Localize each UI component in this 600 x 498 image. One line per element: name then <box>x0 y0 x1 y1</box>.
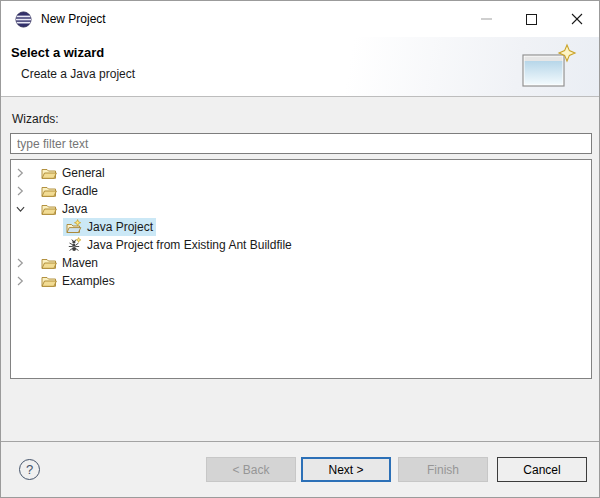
close-button[interactable] <box>554 1 599 37</box>
tree-item-content: Java Project <box>63 218 156 236</box>
folder-icon <box>41 165 57 181</box>
maximize-icon <box>526 14 537 25</box>
new-project-dialog: New Project Select a wizard Create a Jav… <box>0 0 600 498</box>
help-button[interactable]: ? <box>19 459 40 480</box>
question-mark-icon: ? <box>26 462 33 477</box>
tree-item-label: Examples <box>62 274 115 288</box>
folder-icon <box>41 255 57 271</box>
cancel-button[interactable]: Cancel <box>497 457 587 482</box>
chevron-right-icon[interactable] <box>16 168 25 178</box>
tree-item-content: Maven <box>38 254 101 272</box>
close-icon <box>571 13 583 25</box>
tree-item-maven[interactable]: Maven <box>11 254 591 272</box>
chevron-right-icon[interactable] <box>16 186 25 196</box>
finish-button[interactable]: Finish <box>398 457 488 482</box>
button-bar: ? < Back Next > Finish Cancel <box>1 441 599 497</box>
tree-item-general[interactable]: General <box>11 164 591 182</box>
tree-item-content: General <box>38 164 108 182</box>
window-controls <box>464 1 599 37</box>
minimize-button <box>464 1 509 37</box>
page-title: Select a wizard <box>11 45 104 60</box>
tree-item-label: General <box>62 166 105 180</box>
tree-item-examples[interactable]: Examples <box>11 272 591 290</box>
filter-input[interactable] <box>10 133 592 154</box>
new-java-project-icon <box>66 219 82 235</box>
tree-item-gradle[interactable]: Gradle <box>11 182 591 200</box>
page-subtitle: Create a Java project <box>21 67 135 81</box>
tree-item-label: Java <box>62 202 87 216</box>
folder-icon <box>41 201 57 217</box>
wizards-label: Wizards: <box>12 112 59 126</box>
new-wizard-icon <box>519 43 577 91</box>
folder-icon <box>41 273 57 289</box>
wizard-tree[interactable]: General Gradle <box>10 159 592 379</box>
tree-item-java-project-ant[interactable]: Java Project from Existing Ant Buildfile <box>11 236 591 254</box>
tree-item-label: Maven <box>62 256 98 270</box>
tree-item-content: Examples <box>38 272 118 290</box>
window-title: New Project <box>41 12 106 26</box>
chevron-right-icon[interactable] <box>16 258 25 268</box>
folder-icon <box>41 183 57 199</box>
tree-item-content: Gradle <box>38 182 101 200</box>
chevron-right-icon[interactable] <box>16 276 25 286</box>
chevron-down-icon[interactable] <box>16 204 25 214</box>
ant-buildfile-icon <box>66 237 82 253</box>
eclipse-logo-icon <box>15 11 32 28</box>
tree-item-label: Gradle <box>62 184 98 198</box>
minimize-icon <box>481 18 492 20</box>
tree-item-label: Java Project <box>87 220 153 234</box>
next-button[interactable]: Next > <box>301 457 391 482</box>
tree-item-content: Java <box>38 200 90 218</box>
wizard-header: Select a wizard Create a Java project <box>1 37 599 97</box>
tree-item-label: Java Project from Existing Ant Buildfile <box>87 238 292 252</box>
maximize-button[interactable] <box>509 1 554 37</box>
tree-item-java[interactable]: Java <box>11 200 591 218</box>
titlebar: New Project <box>1 1 599 37</box>
dialog-buttons: < Back Next > Finish Cancel <box>206 457 587 482</box>
back-button[interactable]: < Back <box>206 457 296 482</box>
tree-item-java-project[interactable]: Java Project <box>11 218 591 236</box>
tree-item-content: Java Project from Existing Ant Buildfile <box>63 236 295 254</box>
